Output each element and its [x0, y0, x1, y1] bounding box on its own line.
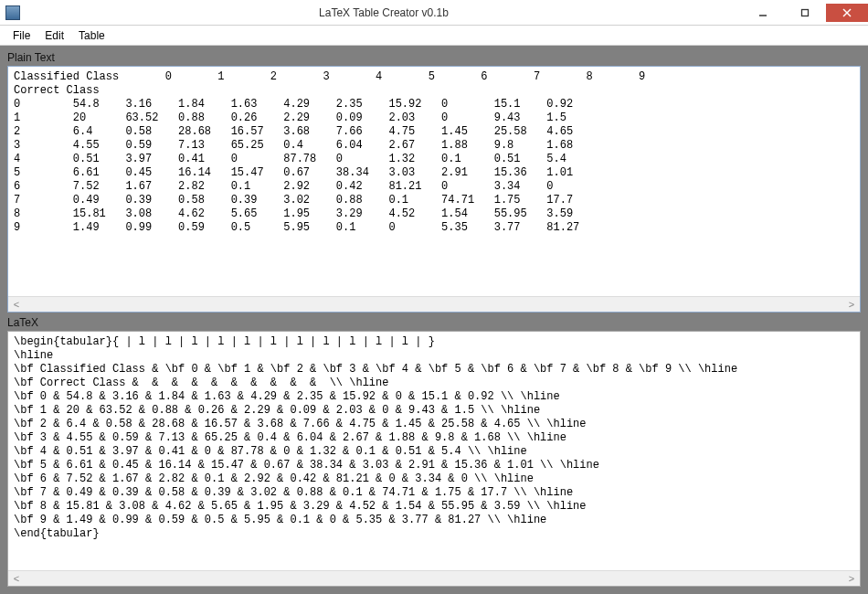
scroll-left-icon[interactable]: <: [10, 299, 23, 310]
scroll-right-icon[interactable]: >: [845, 573, 858, 584]
app-window: LaTeX Table Creator v0.1b File Edit Tabl…: [0, 0, 868, 594]
plain-text-pane: Classified Class 0 1 2 3 4 5 6 7 8 9 Cor…: [7, 66, 861, 313]
latex-label: LaTeX: [7, 316, 861, 329]
menubar: File Edit Table: [0, 26, 868, 46]
menu-table[interactable]: Table: [73, 27, 111, 44]
plain-text-area[interactable]: Classified Class 0 1 2 3 4 5 6 7 8 9 Cor…: [8, 67, 860, 296]
svg-rect-1: [802, 9, 809, 16]
client-area: Plain Text Classified Class 0 1 2 3 4 5 …: [0, 46, 868, 594]
scroll-left-icon[interactable]: <: [10, 573, 23, 584]
window-controls: [742, 4, 868, 22]
latex-pane: \begin{tabular}{ | l | l | l | l | l | l…: [7, 331, 861, 587]
scroll-right-icon[interactable]: >: [845, 299, 858, 310]
menu-edit[interactable]: Edit: [39, 27, 69, 44]
window-title: LaTeX Table Creator v0.1b: [26, 6, 742, 19]
latex-hscrollbar[interactable]: < >: [8, 570, 860, 586]
titlebar[interactable]: LaTeX Table Creator v0.1b: [0, 0, 868, 26]
close-button[interactable]: [826, 4, 868, 22]
plain-hscrollbar[interactable]: < >: [8, 296, 860, 312]
minimize-button[interactable]: [742, 4, 784, 22]
maximize-button[interactable]: [784, 4, 826, 22]
app-icon: [5, 5, 20, 20]
menu-file[interactable]: File: [7, 27, 36, 44]
plain-text-label: Plain Text: [7, 51, 861, 64]
latex-text-area[interactable]: \begin{tabular}{ | l | l | l | l | l | l…: [8, 332, 860, 570]
